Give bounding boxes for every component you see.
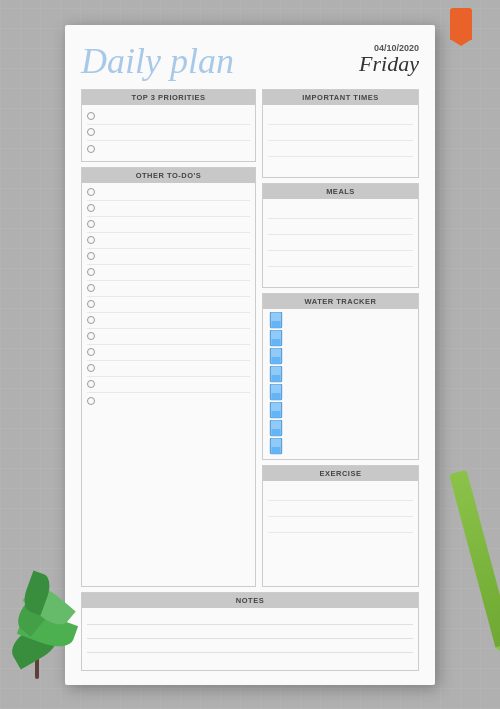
priorities-section: TOP 3 PRIORITIES	[81, 89, 256, 162]
todo-row-7[interactable]	[87, 281, 250, 297]
todo-row-10[interactable]	[87, 329, 250, 345]
exercise-body	[263, 481, 418, 553]
checkbox-3[interactable]	[87, 145, 95, 153]
svg-rect-7	[272, 375, 281, 382]
pen-decoration	[449, 470, 500, 649]
times-body	[263, 105, 418, 177]
note-line-1[interactable]	[87, 611, 413, 625]
exercise-line-4[interactable]	[268, 533, 413, 549]
time-row-2[interactable]	[268, 125, 413, 141]
meal-line-1[interactable]	[268, 203, 413, 219]
time-row-4[interactable]	[268, 157, 413, 173]
time-row-1[interactable]	[268, 109, 413, 125]
meals-body	[263, 199, 418, 287]
checkbox-2[interactable]	[87, 128, 95, 136]
left-column: TOP 3 PRIORITIES OTHER TO-DO'S	[81, 89, 256, 587]
water-cup-4[interactable]	[268, 366, 284, 384]
sharpener-decoration	[450, 8, 472, 40]
plant-decoration	[5, 559, 85, 679]
todos-header: OTHER TO-DO'S	[82, 168, 255, 183]
date-section: 04/10/2020 Friday	[359, 43, 419, 75]
todos-section: OTHER TO-DO'S	[81, 167, 256, 587]
important-times-section: IMPORTANT TIMES	[262, 89, 419, 178]
todo-row-3[interactable]	[87, 217, 250, 233]
water-cup-6[interactable]	[268, 402, 284, 420]
water-cup-3[interactable]	[268, 348, 284, 366]
water-cup-5[interactable]	[268, 384, 284, 402]
note-line-3[interactable]	[87, 639, 413, 653]
note-line-4[interactable]	[87, 653, 413, 667]
todo-row-2[interactable]	[87, 201, 250, 217]
todo-row-13[interactable]	[87, 377, 250, 393]
paper-header: Daily plan 04/10/2020 Friday	[81, 43, 419, 79]
water-cup-8[interactable]	[268, 438, 284, 456]
todos-body	[82, 183, 255, 411]
todo-row-14[interactable]	[87, 393, 250, 409]
main-content: TOP 3 PRIORITIES OTHER TO-DO'S	[81, 89, 419, 587]
todo-row-1[interactable]	[87, 185, 250, 201]
notes-section: NOTES	[81, 592, 419, 671]
meals-header: MEALS	[263, 184, 418, 199]
checkbox-1[interactable]	[87, 112, 95, 120]
todo-row-8[interactable]	[87, 297, 250, 313]
notes-header: NOTES	[82, 593, 418, 608]
exercise-line-2[interactable]	[268, 501, 413, 517]
todo-row-12[interactable]	[87, 361, 250, 377]
water-cup-2[interactable]	[268, 330, 284, 348]
priority-row-3[interactable]	[87, 141, 250, 157]
page-title: Daily plan	[81, 43, 234, 79]
meal-line-5[interactable]	[268, 267, 413, 283]
water-body	[263, 309, 418, 459]
svg-rect-15	[272, 447, 281, 454]
priority-row-1[interactable]	[87, 109, 250, 125]
todo-row-4[interactable]	[87, 233, 250, 249]
exercise-line-3[interactable]	[268, 517, 413, 533]
priority-row-2[interactable]	[87, 125, 250, 141]
svg-rect-5	[272, 357, 281, 364]
exercise-header: EXERCISE	[263, 466, 418, 481]
priorities-header: TOP 3 PRIORITIES	[82, 90, 255, 105]
svg-rect-3	[272, 339, 281, 346]
water-header: WATER TRACKER	[263, 294, 418, 309]
time-row-3[interactable]	[268, 141, 413, 157]
meal-line-2[interactable]	[268, 219, 413, 235]
times-header: IMPORTANT TIMES	[263, 90, 418, 105]
todo-row-9[interactable]	[87, 313, 250, 329]
water-tracker-section: WATER TRACKER	[262, 293, 419, 460]
exercise-section: EXERCISE	[262, 465, 419, 587]
note-line-2[interactable]	[87, 625, 413, 639]
svg-rect-9	[272, 393, 281, 400]
notes-body	[82, 608, 418, 670]
meal-line-4[interactable]	[268, 251, 413, 267]
right-column: IMPORTANT TIMES MEALS	[262, 89, 419, 587]
priorities-body	[82, 105, 255, 161]
meals-section: MEALS	[262, 183, 419, 288]
todo-row-5[interactable]	[87, 249, 250, 265]
svg-rect-13	[272, 429, 281, 436]
meal-line-3[interactable]	[268, 235, 413, 251]
day-text: Friday	[359, 53, 419, 75]
daily-planner-paper: Daily plan 04/10/2020 Friday TOP 3 PRIOR…	[65, 25, 435, 685]
todo-row-11[interactable]	[87, 345, 250, 361]
svg-rect-11	[272, 411, 281, 418]
svg-rect-1	[272, 321, 281, 328]
water-cup-7[interactable]	[268, 420, 284, 438]
todo-row-6[interactable]	[87, 265, 250, 281]
exercise-line-1[interactable]	[268, 485, 413, 501]
water-cup-1[interactable]	[268, 312, 284, 330]
